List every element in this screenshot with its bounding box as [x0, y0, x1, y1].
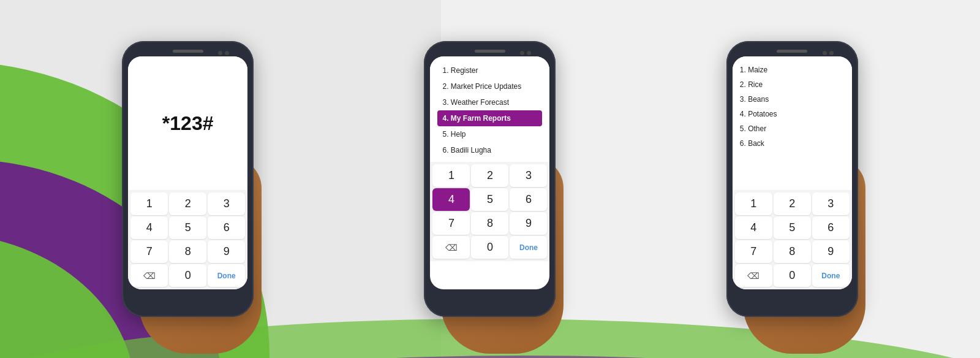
list-rice[interactable]: 2. Rice [740, 77, 845, 92]
key-7[interactable]: 7 [130, 240, 168, 263]
key-3[interactable]: 3 [208, 192, 245, 215]
p2-key-2[interactable]: 2 [471, 164, 508, 187]
phone1-camera1 [218, 51, 222, 55]
phone1-camera2 [225, 51, 229, 55]
phone1-display: *123# [128, 56, 247, 190]
p3-key-4[interactable]: 4 [735, 216, 772, 239]
p3-key-0[interactable]: 0 [774, 264, 811, 287]
list-rice-label: Rice [748, 80, 763, 89]
p3-key-2[interactable]: 2 [774, 192, 811, 215]
phone2-camera2 [527, 51, 531, 55]
phone2-top [430, 50, 549, 53]
p3-key-3[interactable]: 3 [812, 192, 850, 215]
phone3-speaker [777, 50, 807, 53]
list-beans[interactable]: 3. Beans [740, 92, 845, 107]
list-other[interactable]: 5. Other [740, 121, 845, 136]
phone3-screen: 1. Maize 2. Rice 3. Beans 4. Potatoes 5.… [733, 56, 852, 289]
p3-key-backspace[interactable]: ⌫ [735, 264, 772, 287]
list-maize-num: 1 [740, 66, 744, 74]
phone2-menu: 1. Register 2. Market Price Updates 3. W… [430, 56, 549, 162]
phone3-keypad: 1 2 3 4 5 6 7 8 9 ⌫ 0 Done [733, 190, 852, 289]
p3-key-6[interactable]: 6 [812, 216, 850, 239]
phone1-top [128, 50, 247, 53]
key-backspace[interactable]: ⌫ [130, 264, 168, 287]
menu-help-num: 5 [442, 130, 447, 139]
list-maize-label: Maize [748, 66, 767, 74]
menu-market-label: Market Price Updates [451, 82, 521, 91]
phone2-keypad: 1 2 3 4 5 6 7 8 9 ⌫ 0 Done [430, 162, 549, 261]
menu-item-badili[interactable]: 6. Badili Lugha [437, 142, 542, 158]
list-other-label: Other [748, 124, 766, 133]
phone1-cameras [218, 51, 229, 55]
phone1-speaker [173, 50, 203, 53]
phone2-camera1 [520, 51, 524, 55]
p3-key-5[interactable]: 5 [774, 216, 811, 239]
phone3-wrapper: 1. Maize 2. Rice 3. Beans 4. Potatoes 5.… [726, 41, 858, 317]
menu-badili-label: Badili Lugha [451, 146, 491, 154]
list-potatoes-num: 4 [740, 110, 744, 118]
phone2-wrapper: 1. Register 2. Market Price Updates 3. W… [424, 41, 556, 317]
phone3-cameras [823, 51, 834, 55]
phone2-screen: 1. Register 2. Market Price Updates 3. W… [430, 56, 549, 289]
phone2-speaker [475, 50, 505, 53]
phone1-screen: *123# 1 2 3 4 5 6 7 8 9 ⌫ 0 Done [128, 56, 247, 289]
phone3-camera2 [829, 51, 834, 55]
list-other-num: 5 [740, 124, 744, 133]
menu-farm-num: 4 [442, 114, 447, 123]
list-potatoes[interactable]: 4. Potatoes [740, 107, 845, 121]
phone3-camera1 [823, 51, 827, 55]
list-potatoes-label: Potatoes [748, 110, 777, 118]
menu-register-label: Register [451, 66, 478, 75]
list-back-num: 6 [740, 139, 744, 148]
menu-item-market[interactable]: 2. Market Price Updates [437, 78, 542, 94]
menu-market-num: 2 [442, 82, 447, 91]
p3-key-done[interactable]: Done [812, 264, 850, 287]
phone3: 1. Maize 2. Rice 3. Beans 4. Potatoes 5.… [726, 41, 858, 317]
list-back[interactable]: 6. Back [740, 136, 845, 151]
key-5[interactable]: 5 [169, 216, 206, 239]
p2-key-6[interactable]: 6 [510, 188, 547, 211]
p2-key-8[interactable]: 8 [471, 212, 508, 235]
key-1[interactable]: 1 [130, 192, 168, 215]
key-done[interactable]: Done [208, 264, 245, 287]
phone3-top [733, 50, 852, 53]
menu-register-text: 1 [442, 66, 447, 75]
p3-key-8[interactable]: 8 [774, 240, 811, 263]
p2-key-5[interactable]: 5 [471, 188, 508, 211]
menu-weather-num: 3 [442, 98, 447, 107]
p2-key-0[interactable]: 0 [471, 236, 508, 259]
p3-key-9[interactable]: 9 [812, 240, 850, 263]
phone1-keypad: 1 2 3 4 5 6 7 8 9 ⌫ 0 Done [128, 190, 247, 289]
menu-item-weather[interactable]: 3. Weather Forecast [437, 94, 542, 110]
key-4[interactable]: 4 [130, 216, 168, 239]
p2-key-9[interactable]: 9 [510, 212, 547, 235]
p2-key-1[interactable]: 1 [432, 164, 470, 187]
p3-key-1[interactable]: 1 [735, 192, 772, 215]
phone1: *123# 1 2 3 4 5 6 7 8 9 ⌫ 0 Done [122, 41, 254, 317]
menu-item-register[interactable]: 1. Register [437, 63, 542, 78]
p2-key-done[interactable]: Done [510, 236, 547, 259]
menu-farm-label: My Farm Reports [451, 114, 511, 123]
key-8[interactable]: 8 [169, 240, 206, 263]
key-2[interactable]: 2 [169, 192, 206, 215]
list-beans-label: Beans [748, 95, 769, 104]
phone2-cameras [520, 51, 531, 55]
key-0[interactable]: 0 [169, 264, 206, 287]
list-maize[interactable]: 1. Maize [740, 63, 845, 77]
dialer-text: *123# [162, 112, 214, 135]
menu-help-label: Help [451, 130, 466, 139]
key-6[interactable]: 6 [208, 216, 245, 239]
p2-key-4[interactable]: 4 [432, 188, 470, 211]
list-back-label: Back [748, 139, 764, 148]
list-rice-num: 2 [740, 80, 744, 89]
p2-key-7[interactable]: 7 [432, 212, 470, 235]
phone2: 1. Register 2. Market Price Updates 3. W… [424, 41, 556, 317]
p2-key-3[interactable]: 3 [510, 164, 547, 187]
p2-key-backspace[interactable]: ⌫ [432, 236, 470, 259]
p3-key-7[interactable]: 7 [735, 240, 772, 263]
key-9[interactable]: 9 [208, 240, 245, 263]
menu-badili-num: 6 [442, 146, 447, 154]
menu-item-farm[interactable]: 4. My Farm Reports [437, 110, 542, 126]
menu-weather-label: Weather Forecast [451, 98, 509, 107]
menu-item-help[interactable]: 5. Help [437, 126, 542, 142]
